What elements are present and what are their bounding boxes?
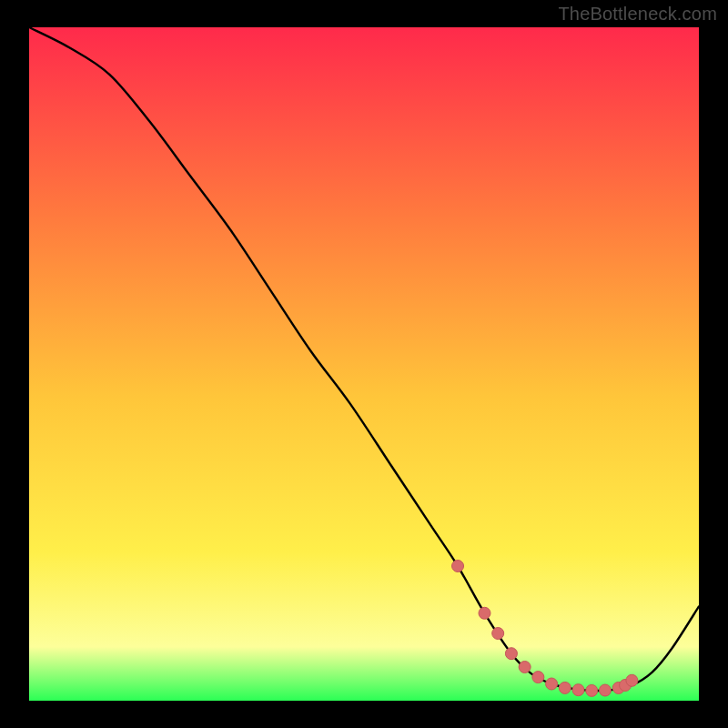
plot-background xyxy=(29,27,699,701)
marker-dot xyxy=(505,648,517,660)
chart-stage: TheBottleneck.com xyxy=(0,0,728,728)
marker-dot xyxy=(492,628,504,640)
marker-dot xyxy=(559,682,571,693)
marker-dot xyxy=(519,662,531,673)
marker-dot xyxy=(586,684,598,696)
marker-dot xyxy=(452,561,464,572)
marker-dot xyxy=(546,678,558,690)
marker-dot xyxy=(626,674,638,686)
marker-dot xyxy=(532,672,544,683)
chart-svg xyxy=(0,0,728,728)
marker-dot xyxy=(479,607,490,619)
marker-dot xyxy=(599,684,611,696)
watermark-text: TheBottleneck.com xyxy=(558,4,717,25)
marker-dot xyxy=(572,684,584,696)
